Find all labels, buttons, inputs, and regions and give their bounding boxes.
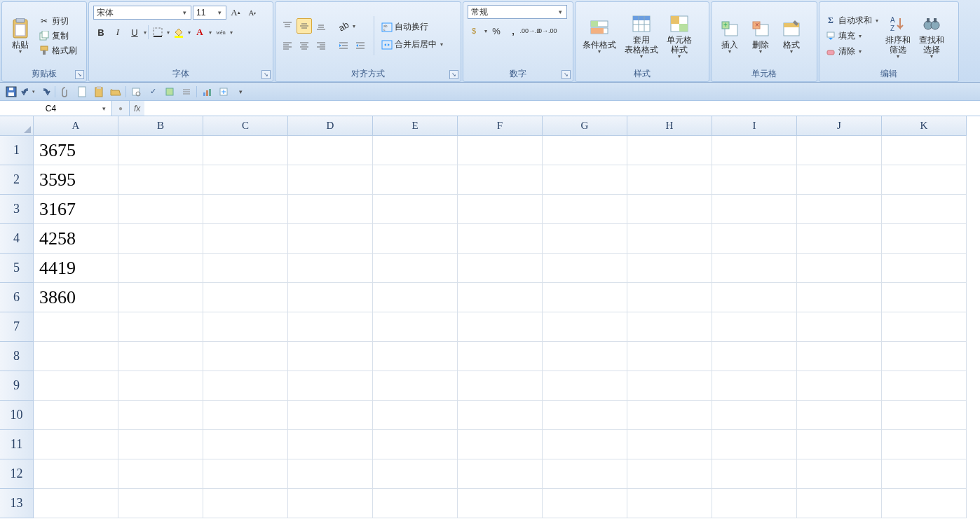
insert-button[interactable]: + 插入 ▾ — [716, 16, 744, 56]
cell-H10[interactable] — [627, 401, 712, 430]
row-header-9[interactable]: 9 — [0, 371, 34, 401]
cell-C7[interactable] — [203, 312, 288, 342]
qat-new-button[interactable] — [75, 85, 89, 99]
cell-D8[interactable] — [288, 342, 373, 371]
cell-K12[interactable] — [882, 459, 967, 489]
cell-J12[interactable] — [797, 459, 882, 489]
cell-I1[interactable] — [712, 136, 797, 165]
orientation-button[interactable]: ab — [336, 18, 351, 34]
cell-I3[interactable] — [712, 195, 797, 224]
increase-decimal-button[interactable]: .00→.0 — [522, 23, 538, 39]
cell-C12[interactable] — [203, 459, 288, 489]
border-button[interactable] — [150, 25, 165, 40]
qat-save-button[interactable] — [4, 85, 18, 99]
cell-G11[interactable] — [543, 430, 627, 459]
qat-more-button[interactable]: ▾ — [233, 85, 247, 99]
cell-F6[interactable] — [458, 283, 543, 312]
row-header-10[interactable]: 10 — [0, 401, 34, 430]
cell-I6[interactable] — [712, 283, 797, 312]
cell-C2[interactable] — [203, 165, 288, 195]
cell-I2[interactable] — [712, 165, 797, 195]
cell-C3[interactable] — [203, 195, 288, 224]
font-color-button[interactable]: A — [192, 25, 207, 40]
col-header-C[interactable]: C — [203, 116, 288, 136]
cell-J5[interactable] — [797, 254, 882, 283]
name-box[interactable]: C4 ▾ — [0, 101, 112, 116]
cell-H12[interactable] — [627, 459, 712, 489]
cell-F8[interactable] — [458, 342, 543, 371]
cell-A9[interactable] — [34, 371, 118, 401]
align-middle-button[interactable] — [297, 18, 312, 34]
cell-B10[interactable] — [118, 401, 203, 430]
cell-F3[interactable] — [458, 195, 543, 224]
decrease-indent-button[interactable] — [336, 38, 351, 53]
align-right-button[interactable] — [313, 38, 329, 53]
cell-E3[interactable] — [373, 195, 458, 224]
cell-A13[interactable] — [34, 489, 118, 518]
number-format-combo[interactable]: 常规 ▾ — [468, 5, 567, 19]
qat-undo-button[interactable]: ▾ — [21, 85, 35, 99]
cell-B13[interactable] — [118, 489, 203, 518]
select-all-corner[interactable] — [0, 116, 34, 136]
cell-styles-button[interactable]: 单元格 样式 ▾ — [664, 11, 695, 61]
row-header-7[interactable]: 7 — [0, 312, 34, 342]
cut-button[interactable]: ✂ 剪切 — [37, 15, 79, 28]
format-button[interactable]: 格式 ▾ — [777, 16, 805, 56]
cell-E6[interactable] — [373, 283, 458, 312]
cell-D12[interactable] — [288, 459, 373, 489]
cell-D10[interactable] — [288, 401, 373, 430]
qat-paste-button[interactable] — [92, 85, 106, 99]
cell-E5[interactable] — [373, 254, 458, 283]
cell-D5[interactable] — [288, 254, 373, 283]
col-header-K[interactable]: K — [882, 116, 967, 136]
fill-color-button[interactable] — [171, 25, 186, 40]
cell-G2[interactable] — [543, 165, 627, 195]
cell-J10[interactable] — [797, 401, 882, 430]
cell-I11[interactable] — [712, 430, 797, 459]
fill-button[interactable]: 填充 ▾ — [824, 29, 880, 43]
cell-E1[interactable] — [373, 136, 458, 165]
cell-K9[interactable] — [882, 371, 967, 401]
col-header-A[interactable]: A — [34, 116, 118, 136]
cell-J3[interactable] — [797, 195, 882, 224]
row-header-3[interactable]: 3 — [0, 195, 34, 224]
qat-btn-3[interactable] — [217, 85, 231, 99]
increase-indent-button[interactable] — [353, 38, 368, 53]
cell-G3[interactable] — [543, 195, 627, 224]
cell-B3[interactable] — [118, 195, 203, 224]
cell-B1[interactable] — [118, 136, 203, 165]
cell-H2[interactable] — [627, 165, 712, 195]
cell-G7[interactable] — [543, 312, 627, 342]
cell-C11[interactable] — [203, 430, 288, 459]
cell-I12[interactable] — [712, 459, 797, 489]
phonetic-button[interactable]: wén — [213, 25, 229, 40]
cell-H8[interactable] — [627, 342, 712, 371]
cell-F1[interactable] — [458, 136, 543, 165]
cell-A10[interactable] — [34, 401, 118, 430]
cell-K2[interactable] — [882, 165, 967, 195]
col-header-J[interactable]: J — [797, 116, 882, 136]
cell-D4[interactable] — [288, 224, 373, 254]
cell-D3[interactable] — [288, 195, 373, 224]
cell-C9[interactable] — [203, 371, 288, 401]
cell-F12[interactable] — [458, 459, 543, 489]
cell-K8[interactable] — [882, 342, 967, 371]
format-painter-button[interactable]: 格式刷 — [37, 44, 79, 57]
cell-H3[interactable] — [627, 195, 712, 224]
cell-I8[interactable] — [712, 342, 797, 371]
cell-B5[interactable] — [118, 254, 203, 283]
col-header-G[interactable]: G — [543, 116, 627, 136]
cell-K11[interactable] — [882, 430, 967, 459]
cell-H11[interactable] — [627, 430, 712, 459]
cell-E11[interactable] — [373, 430, 458, 459]
cell-E10[interactable] — [373, 401, 458, 430]
cell-D1[interactable] — [288, 136, 373, 165]
copy-button[interactable]: 复制 — [37, 29, 79, 43]
cell-D2[interactable] — [288, 165, 373, 195]
paste-button[interactable]: 粘贴 ▾ — [6, 16, 34, 56]
cell-J1[interactable] — [797, 136, 882, 165]
conditional-format-button[interactable]: 条件格式 ▾ — [580, 16, 619, 56]
cell-J11[interactable] — [797, 430, 882, 459]
cell-G8[interactable] — [543, 342, 627, 371]
row-header-11[interactable]: 11 — [0, 430, 34, 459]
